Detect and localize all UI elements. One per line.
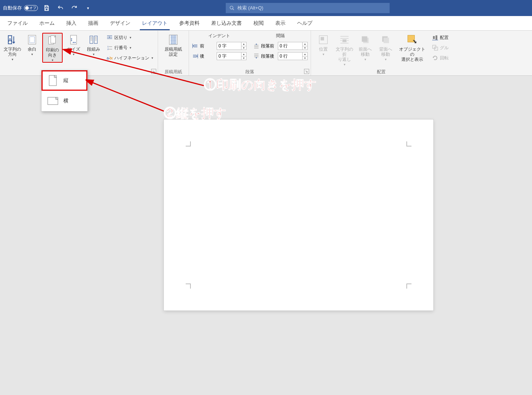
spin-up-icon[interactable]: ▲ xyxy=(241,52,246,56)
chevron-down-icon: ▾ xyxy=(73,52,75,56)
line-numbers-button[interactable]: 12 行番号 ▾ xyxy=(106,43,153,52)
spacing-after-row: 段落後 ▲▼ xyxy=(253,52,308,60)
orientation-landscape[interactable]: 横 xyxy=(42,91,87,111)
group-objects-button[interactable]: グル xyxy=(432,43,449,52)
indent-left-icon xyxy=(192,43,198,49)
align-button[interactable]: 配置 xyxy=(432,33,449,42)
text-direction-icon: A xyxy=(6,34,19,46)
columns-button[interactable]: 段組み ▾ xyxy=(84,33,103,56)
tab-file[interactable]: ファイル xyxy=(1,16,34,30)
svg-rect-0 xyxy=(46,5,48,7)
spin-down-icon[interactable]: ▼ xyxy=(241,56,246,60)
spacing-after-spinner[interactable]: ▲▼ xyxy=(278,52,308,60)
spacing-after-input[interactable] xyxy=(278,52,302,60)
tab-references[interactable]: 参考資料 xyxy=(173,16,205,30)
svg-rect-42 xyxy=(383,38,389,43)
spacing-before-row: 段落前 ▲▼ xyxy=(253,42,308,50)
indent-right-icon xyxy=(192,53,198,59)
size-icon xyxy=(67,34,80,46)
wrap-icon xyxy=(338,34,351,46)
chevron-down-icon: ▾ xyxy=(52,58,54,62)
tab-review[interactable]: 校閲 xyxy=(248,16,269,30)
svg-rect-1 xyxy=(46,8,48,11)
spin-down-icon[interactable]: ▼ xyxy=(241,46,246,50)
chevron-down-icon: ▾ xyxy=(130,36,131,39)
spin-down-icon[interactable]: ▼ xyxy=(302,46,307,50)
group-paragraph: インデント 前 ▲▼ 後 ▲▼ xyxy=(189,31,311,75)
group-icon xyxy=(432,44,438,51)
indent-left-input[interactable] xyxy=(217,42,241,50)
title-bar: 自動保存 オフ ▾ 文書 1 - Word 検索 (Alt+Q) xyxy=(0,0,532,16)
portrait-icon xyxy=(47,75,58,86)
svg-text:A: A xyxy=(8,37,12,43)
spin-down-icon[interactable]: ▼ xyxy=(302,56,307,60)
spin-up-icon[interactable]: ▲ xyxy=(302,42,307,46)
svg-text:bc: bc xyxy=(110,56,113,60)
tab-design[interactable]: デザイン xyxy=(104,16,136,30)
breaks-button[interactable]: 区切り ▾ xyxy=(106,33,153,42)
size-button[interactable]: サイズ ▾ xyxy=(65,33,82,56)
send-backward-button: 背面へ 移動▾ xyxy=(377,33,395,61)
manuscript-button[interactable]: 原稿用紙 設定 xyxy=(161,33,186,57)
wrap-text-button: 文字列の折 り返し▾ xyxy=(335,33,354,66)
indent-left-spinner[interactable]: ▲▼ xyxy=(217,42,247,50)
crop-mark xyxy=(406,141,411,146)
svg-rect-43 xyxy=(408,35,415,42)
spin-up-icon[interactable]: ▲ xyxy=(302,52,307,56)
line-numbers-icon: 12 xyxy=(106,44,113,51)
spacing-after-icon xyxy=(253,53,260,59)
breaks-icon xyxy=(106,34,113,41)
tab-insert[interactable]: 挿入 xyxy=(60,16,82,30)
svg-rect-37 xyxy=(321,37,324,40)
indent-title: インデント xyxy=(192,33,247,39)
search-box[interactable]: 検索 (Alt+Q) xyxy=(226,3,390,13)
orientation-portrait[interactable]: 縦 xyxy=(42,70,87,91)
svg-rect-12 xyxy=(94,36,97,44)
selection-pane-icon xyxy=(406,34,418,46)
chevron-down-icon: ▾ xyxy=(12,58,13,61)
tab-view[interactable]: 表示 xyxy=(269,16,291,30)
svg-rect-45 xyxy=(436,35,437,40)
tab-home[interactable]: ホーム xyxy=(34,16,60,30)
qat-more-icon[interactable]: ▾ xyxy=(83,3,93,13)
orientation-menu: 縦 横 xyxy=(41,70,88,112)
autosave-toggle[interactable]: 自動保存 オフ xyxy=(3,5,38,11)
position-icon xyxy=(317,34,330,46)
spacing-before-input[interactable] xyxy=(278,42,302,50)
document-canvas[interactable] xyxy=(0,76,532,395)
search-icon xyxy=(229,5,235,11)
rotate-button[interactable]: 回転 xyxy=(432,53,449,63)
spin-up-icon[interactable]: ▲ xyxy=(241,42,246,46)
spacing-before-icon xyxy=(253,43,260,49)
save-icon[interactable] xyxy=(42,3,52,13)
manuscript-icon xyxy=(167,34,180,46)
tab-help[interactable]: ヘルプ xyxy=(291,16,318,30)
tab-layout[interactable]: レイアウト xyxy=(136,16,173,30)
indent-right-row: 後 ▲▼ xyxy=(192,52,247,60)
svg-rect-38 xyxy=(342,39,346,42)
orientation-button[interactable]: 印刷の 向き ▾ xyxy=(42,33,63,63)
bring-forward-icon xyxy=(359,34,371,46)
tab-mailings[interactable]: 差し込み文書 xyxy=(205,16,248,30)
paragraph-dialog-launcher[interactable]: ↘ xyxy=(304,69,309,74)
crop-mark xyxy=(186,283,191,289)
selection-pane-button[interactable]: オブジェクトの 選択と表示 xyxy=(397,33,427,62)
svg-text:2: 2 xyxy=(107,48,109,50)
page[interactable] xyxy=(164,120,433,310)
pagesetup-dialog-launcher[interactable]: ↘ xyxy=(151,69,156,74)
margins-button[interactable]: 余白 ▾ xyxy=(24,33,40,56)
hyphenation-button[interactable]: a-bc ハイフネーション ▾ xyxy=(106,53,153,63)
crop-mark xyxy=(406,283,411,289)
group-label-paragraph: 段落 xyxy=(192,69,308,75)
undo-icon[interactable] xyxy=(55,3,66,13)
tab-draw[interactable]: 描画 xyxy=(82,16,104,30)
autosave-state: オフ xyxy=(24,5,38,11)
spacing-before-spinner[interactable]: ▲▼ xyxy=(278,42,308,50)
bring-forward-button: 前面へ 移動▾ xyxy=(356,33,374,61)
text-direction-button[interactable]: A 文字列の 方向 ▾ xyxy=(3,33,22,61)
svg-rect-44 xyxy=(433,36,435,39)
indent-right-spinner[interactable]: ▲▼ xyxy=(217,52,247,60)
indent-right-input[interactable] xyxy=(217,52,241,60)
group-label-manuscript: 原稿用紙 xyxy=(161,69,186,75)
redo-icon[interactable] xyxy=(69,3,79,13)
